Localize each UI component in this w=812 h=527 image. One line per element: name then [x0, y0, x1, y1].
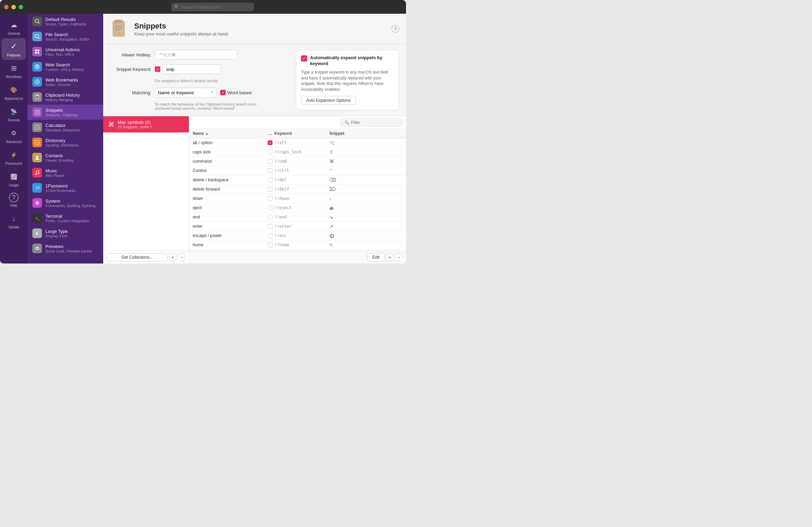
cell-checkbox-wrap[interactable] — [266, 233, 274, 238]
cell-checkbox-wrap[interactable] — [266, 159, 274, 164]
col-header-name[interactable]: Name — [193, 131, 266, 136]
get-collections-button[interactable]: Get Collections... — [107, 253, 168, 261]
edit-button[interactable]: Edit — [367, 253, 385, 261]
update-icon: ↓ — [8, 213, 19, 224]
add-snippet-button[interactable]: + — [386, 254, 394, 261]
cell-name: escape / power — [193, 233, 266, 238]
sidebar-item-usage[interactable]: 📈 Usage — [2, 168, 26, 190]
minimize-button[interactable] — [11, 5, 16, 9]
cell-checkbox-wrap[interactable] — [266, 243, 274, 247]
add-collection-button[interactable]: + — [169, 254, 177, 261]
sidebar-item-general[interactable]: ☁ General — [2, 17, 26, 38]
nav-item-system[interactable]: System Commands, Quitting, Ejecting — [28, 195, 103, 211]
auto-expand-checkbox[interactable]: ✓ — [301, 55, 307, 62]
filter-input[interactable] — [351, 120, 399, 125]
filter-row: 🔍 — [189, 116, 406, 129]
powerpack-icon: ⚡ — [8, 149, 19, 160]
matching-row: Matching: Name or Keyword ⌃ ✓ Word based — [110, 88, 289, 97]
table-row[interactable]: Control !!ctrl ⌃ — [189, 166, 406, 175]
cell-checkbox-wrap[interactable] — [266, 178, 274, 182]
auto-expansion-options-button[interactable]: Auto Expansion Options — [301, 96, 356, 105]
cell-checkbox-wrap[interactable] — [266, 205, 274, 210]
col-header-snippet: Snippet — [329, 131, 403, 136]
cell-snippet: ⇪ — [329, 149, 403, 155]
cell-checkbox-wrap[interactable] — [266, 168, 274, 173]
row-checkbox-10[interactable] — [268, 233, 273, 238]
cell-name: down — [193, 196, 266, 201]
snippet-keyword-checkbox[interactable]: ✓ — [155, 66, 160, 72]
table-row[interactable]: escape / power !!esc ⏻ — [189, 231, 406, 240]
nav-item-previews[interactable]: Previews Quick Look, Preview panels — [28, 241, 103, 256]
table-row[interactable]: enter !!enter ↗ — [189, 222, 406, 231]
row-checkbox-0[interactable]: ✓ — [268, 140, 273, 145]
nav-item-calculator[interactable]: +- Calculator Standard, Advanced — [28, 120, 103, 135]
calculator-icon: +- — [32, 122, 42, 132]
nav-item-large-type[interactable]: A Large Type Display, Font — [28, 226, 103, 241]
close-button[interactable] — [4, 5, 9, 9]
nav-item-dictionary[interactable]: A Dictionary Spelling, Definitions — [28, 135, 103, 150]
sidebar-item-update[interactable]: ↓ Update — [2, 210, 26, 232]
nav-item-default-results[interactable]: Default Results Scope, Types, Fallbacks — [28, 14, 103, 29]
nav-item-clipboard[interactable]: Clipboard History History, Merging — [28, 89, 103, 105]
nav-item-file-search[interactable]: File Search Search, Navigation, Buffer — [28, 29, 103, 44]
table-row[interactable]: end !!end ↘ — [189, 213, 406, 222]
remove-snippet-button[interactable]: − — [395, 254, 403, 261]
sidebar-item-workflows[interactable]: ⊞ Workflows — [2, 60, 26, 82]
row-checkbox-3[interactable] — [268, 168, 273, 173]
cell-checkbox-wrap[interactable] — [266, 215, 274, 219]
sidebar-item-appearance[interactable]: 🎨 Appearance — [2, 82, 26, 103]
row-checkbox-2[interactable] — [268, 159, 273, 164]
row-checkbox-6[interactable] — [268, 196, 273, 201]
nav-item-1password[interactable]: 1P 1Password 1Click Bookmarks — [28, 180, 103, 195]
table-row[interactable]: delete forward !!delf ⌦ — [189, 185, 406, 194]
row-checkbox-5[interactable] — [268, 187, 273, 192]
table-row[interactable]: home !!home ↖ — [189, 240, 406, 250]
table-row[interactable]: down !!down ↓ — [189, 194, 406, 203]
cell-checkbox-wrap[interactable] — [266, 196, 274, 201]
nav-item-universal-actions[interactable]: Universal Actions Files, Text, URLs — [28, 44, 103, 59]
word-based-checkbox[interactable]: ✓ — [220, 90, 226, 95]
row-checkbox-9[interactable] — [268, 224, 273, 229]
sidebar-item-features[interactable]: ✓ Features — [2, 38, 26, 60]
nav-item-terminal[interactable]: >_ Terminal Prefix, Custom Integration — [28, 211, 103, 226]
row-checkbox-4[interactable] — [268, 178, 273, 182]
sidebar-item-remote[interactable]: 📡 Remote — [2, 103, 26, 125]
nav-item-contacts[interactable]: Contacts Viewer, Emailing — [28, 150, 103, 165]
svg-point-11 — [36, 81, 38, 83]
cell-snippet: ⌘ — [329, 159, 403, 164]
row-checkbox-11[interactable] — [268, 243, 273, 247]
table-row[interactable]: delete / backspace !!del ⌫ — [189, 175, 406, 185]
search-input[interactable] — [171, 3, 254, 11]
viewer-hotkey-input[interactable] — [155, 50, 237, 60]
cell-checkbox-wrap[interactable] — [266, 150, 274, 154]
remove-collection-button[interactable]: − — [178, 254, 185, 261]
row-checkbox-1[interactable] — [268, 150, 273, 154]
cell-checkbox-wrap[interactable] — [266, 224, 274, 229]
help-button[interactable]: ? — [392, 25, 399, 33]
maximize-button[interactable] — [19, 5, 23, 9]
cell-checkbox-wrap[interactable] — [266, 187, 274, 192]
nav-item-music[interactable]: Music Mini Player — [28, 165, 103, 180]
matching-select[interactable]: Name or Keyword ⌃ — [155, 88, 217, 97]
collection-item-mac-symbols[interactable]: ⌘ Mac symbols (2) 23 Snippets, prefix !! — [103, 116, 189, 132]
snippets-nav-icon — [32, 107, 42, 117]
sidebar-item-help[interactable]: ? Help — [2, 190, 26, 210]
svg-text:A: A — [36, 141, 38, 144]
search-bar-container: 🔍 — [23, 3, 402, 11]
nav-item-web-bookmarks[interactable]: Web Bookmarks Safari, Chrome — [28, 74, 103, 89]
nav-item-snippets[interactable]: Snippets Snippets, Clippings — [28, 105, 103, 120]
table-row[interactable]: eject !!eject ⏏ — [189, 203, 406, 213]
filter-input-wrap: 🔍 — [341, 118, 403, 127]
row-checkbox-7[interactable] — [268, 205, 273, 210]
row-checkbox-8[interactable] — [268, 215, 273, 219]
sidebar-item-powerpack[interactable]: ⚡ Powerpack — [2, 147, 26, 168]
table-row[interactable]: caps lock !!caps_lock ⇪ — [189, 148, 406, 157]
cell-checkbox-wrap[interactable]: ✓ — [266, 140, 274, 145]
general-icon: ☁ — [8, 19, 19, 30]
col-header-keyword: Keyword — [274, 131, 329, 136]
table-row[interactable]: command !!cmd ⌘ — [189, 157, 406, 166]
snippet-keyword-input[interactable] — [162, 64, 221, 74]
nav-item-web-search[interactable]: Web Search Custom, URLs, History — [28, 59, 103, 74]
table-row[interactable]: alt / option ✓ !!alt ⌥ — [189, 138, 406, 148]
sidebar-item-advanced[interactable]: ⚙ Advanced — [2, 125, 26, 147]
